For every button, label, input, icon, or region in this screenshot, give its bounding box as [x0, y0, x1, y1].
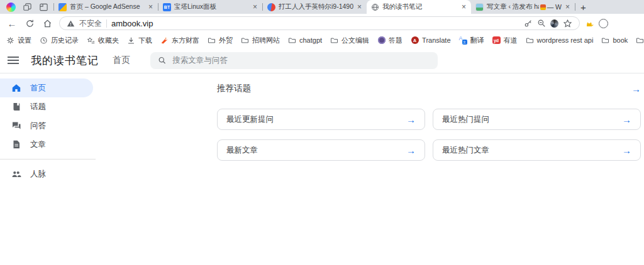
card-label: 最近热门提问 — [442, 114, 489, 125]
bookmark-folder-bili[interactable]: bili fan — [636, 36, 644, 45]
main-content: 推荐话题 → 最近更新提问 → 最近热门提问 → 最新文章 → 最近热门文章 → — [96, 73, 644, 265]
search-box[interactable] — [150, 52, 438, 69]
card-label: 最近热门文章 — [442, 145, 489, 156]
bookmark-favorites[interactable]: 收藏夹 — [87, 36, 119, 45]
new-tab-button[interactable]: + — [575, 2, 591, 13]
sidebar-item-people[interactable]: 人脉 — [0, 165, 96, 183]
not-secure-warning-icon[interactable] — [67, 19, 75, 28]
tab-google-adsense[interactable]: 首页 – Google AdSense × — [54, 0, 158, 14]
card-hot-articles[interactable]: 最近热门文章 → — [433, 139, 641, 161]
url-text: ambook.vip — [111, 19, 519, 28]
bookmark-folder-jobs[interactable]: 招聘网站 — [241, 36, 280, 45]
sidebar-item-label: 人脉 — [30, 169, 46, 180]
arrow-right-icon[interactable]: → — [622, 146, 631, 155]
pill-divider — [106, 19, 107, 28]
people-icon — [11, 169, 21, 179]
favorite-star-icon[interactable] — [563, 19, 572, 28]
bookmark-dati[interactable]: 答题 — [377, 36, 402, 45]
arrow-right-icon[interactable]: → — [622, 115, 631, 124]
bookmark-folder-chatgpt[interactable]: chatgpt — [288, 36, 322, 45]
red-circle-icon: A — [411, 36, 419, 45]
folder-icon — [601, 36, 609, 45]
bookmark-downloads[interactable]: 下载 — [127, 36, 152, 45]
search-icon — [158, 56, 166, 65]
bookmarks-bar: 设置 历史记录 收藏夹 下载 东方财富 外贸 招聘网站 chatgpt 公文编辑… — [0, 33, 644, 48]
card-recent-questions[interactable]: 最近更新提问 → — [217, 109, 425, 130]
history-clock-icon — [40, 36, 48, 45]
bookmark-folder-waimao[interactable]: 外贸 — [208, 36, 233, 45]
folder-icon — [208, 36, 216, 45]
workspaces-icon[interactable] — [23, 3, 32, 12]
sidebar-item-topics[interactable]: 话题 — [0, 97, 96, 116]
close-icon[interactable]: × — [148, 3, 153, 11]
extension-swirl-icon[interactable] — [550, 19, 558, 28]
refresh-button[interactable] — [21, 15, 38, 31]
gear-icon — [6, 36, 14, 45]
tab-title: 写文章 ‹ 浩发布 haopress — W — [487, 3, 562, 11]
globe-favicon — [371, 3, 379, 11]
arrow-right-icon[interactable]: → — [406, 115, 416, 124]
bookmark-label: 公文编辑 — [341, 36, 369, 45]
sidebar-item-qa[interactable]: 问答 — [0, 116, 96, 135]
bt-favicon: BT — [163, 3, 171, 11]
card-new-articles[interactable]: 最新文章 → — [217, 139, 425, 161]
browser-toolbar: ← 不安全 ambook.vip — [0, 14, 644, 33]
bookmark-folder-wp-api[interactable]: wordpress rest api — [526, 36, 594, 45]
section-title: 推荐话题 — [217, 83, 251, 94]
bookmark-eastmoney[interactable]: 东方财富 — [160, 36, 199, 45]
bookmark-folder-book[interactable]: book — [601, 36, 628, 45]
sidebar-item-articles[interactable]: 文章 — [0, 135, 96, 154]
password-key-icon[interactable] — [524, 19, 533, 28]
bookmark-label: 招聘网站 — [252, 36, 280, 45]
folder-icon — [330, 36, 338, 45]
sidebar-item-label: 问答 — [30, 121, 46, 131]
search-input[interactable] — [172, 56, 430, 65]
menu-hamburger-icon[interactable] — [8, 57, 19, 64]
home-icon — [11, 83, 21, 93]
close-icon[interactable]: × — [461, 3, 467, 11]
pet-extension-icon[interactable] — [581, 16, 597, 31]
bookmark-fanyi[interactable]: A文翻译 — [459, 36, 484, 45]
document-icon — [11, 139, 21, 149]
sidebar-item-home[interactable]: 首页 — [0, 78, 93, 97]
back-button[interactable]: ← — [4, 15, 20, 31]
tab-title: 首页 – Google AdSense — [70, 3, 145, 11]
home-button[interactable] — [39, 15, 55, 31]
address-bar[interactable]: 不安全 ambook.vip — [59, 16, 580, 30]
close-icon[interactable]: × — [357, 3, 362, 11]
profile-sphere-icon[interactable] — [6, 3, 16, 12]
bookmark-youdao[interactable]: yd有道 — [492, 36, 518, 45]
sidebar: 首页 话题 问答 文章 人脉 — [0, 73, 96, 265]
bookmark-label: 翻译 — [470, 36, 484, 45]
tab-bt-panel[interactable]: BT 宝塔Linux面板 × — [158, 0, 262, 14]
bookmark-folder-gongwen[interactable]: 公文编辑 — [330, 36, 369, 45]
close-icon[interactable]: × — [565, 3, 570, 11]
page-title[interactable]: 我的读书笔记 — [31, 53, 99, 68]
bookmark-settings[interactable]: 设置 — [6, 36, 31, 45]
card-label: 最近更新提问 — [226, 114, 274, 125]
section-arrow-icon[interactable]: → — [631, 84, 641, 94]
arrow-right-icon[interactable]: → — [406, 146, 416, 155]
bookmark-label: chatgpt — [299, 36, 322, 44]
tab-write-article[interactable]: 写文章 ‹ 浩发布 haopress — W × — [471, 0, 575, 14]
bookmark-label: 收藏夹 — [98, 36, 119, 45]
bookmark-label: 答题 — [389, 36, 402, 45]
edge-partial-icon[interactable] — [599, 19, 608, 28]
tab-reading-notes-active[interactable]: 我的读书笔记 × — [367, 0, 471, 14]
bookmark-translate[interactable]: ATranslate — [411, 36, 450, 45]
tab-title: 宝塔Linux面板 — [174, 3, 249, 11]
bookmark-history[interactable]: 历史记录 — [40, 36, 79, 45]
download-icon — [127, 36, 135, 45]
purple-badge-icon — [377, 36, 386, 45]
close-icon[interactable]: × — [252, 3, 258, 11]
zoom-out-icon[interactable] — [537, 19, 546, 28]
bookmark-label: 下载 — [138, 36, 152, 45]
tab-intel-article[interactable]: 打工人入手英特尔i9-14900K，值 × — [263, 0, 367, 14]
card-hot-questions[interactable]: 最近热门提问 → — [433, 109, 641, 130]
nav-home-link[interactable]: 首页 — [113, 55, 130, 66]
sidebar-item-label: 话题 — [30, 102, 46, 112]
vertical-tabs-icon[interactable] — [39, 3, 48, 12]
translate-blue-icon: A文 — [459, 36, 467, 45]
folder-icon — [241, 36, 249, 45]
chat-bubbles-icon — [11, 121, 21, 131]
